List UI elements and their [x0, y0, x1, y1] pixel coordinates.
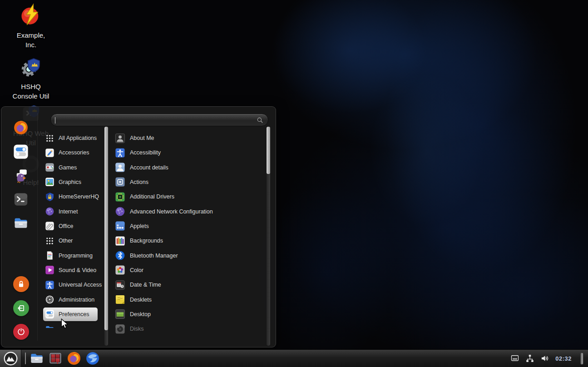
- folder-icon: [13, 215, 29, 231]
- search-bar[interactable]: [50, 114, 268, 126]
- folder-icon: [30, 351, 44, 366]
- menu-favorites: [13, 120, 29, 231]
- category-other[interactable]: Other: [43, 234, 98, 248]
- lock-icon: [16, 279, 26, 289]
- app-label: Advanced Network Configuration: [130, 208, 213, 215]
- category-all-applications[interactable]: All Applications: [43, 131, 98, 145]
- firefox-icon: [13, 120, 29, 135]
- taskbar-separator: [25, 352, 26, 364]
- access-blue-icon: [115, 148, 125, 158]
- app-account-details[interactable]: Account details: [113, 161, 264, 174]
- search-input[interactable]: [51, 114, 256, 126]
- mint-menu-icon: [3, 351, 18, 366]
- pidgin-icon: [13, 168, 29, 183]
- category-internet[interactable]: Internet: [43, 205, 98, 218]
- app-advanced-network-configuration[interactable]: Advanced Network Configuration: [113, 205, 264, 218]
- app-label: Desklets: [130, 297, 152, 303]
- category-universal-access[interactable]: Universal Access: [43, 278, 98, 292]
- category-games[interactable]: Games: [43, 161, 98, 174]
- red-grid-icon: [48, 351, 63, 366]
- text-caret: [55, 117, 55, 124]
- app-label: Accessibility: [130, 149, 161, 156]
- desktop-icon-example-inc[interactable]: Example, Inc.: [7, 3, 54, 50]
- desktop-icon-label: HSHQ Console Util: [7, 82, 54, 101]
- lock-screen-button[interactable]: [13, 276, 29, 292]
- category-label: Sound & Video: [59, 267, 96, 273]
- category-graphics[interactable]: Graphics: [43, 175, 98, 189]
- category-office[interactable]: Office: [43, 219, 98, 233]
- category-accessories[interactable]: Accessories: [43, 146, 98, 159]
- lightning-ball-icon: [19, 3, 43, 26]
- power-icon: [16, 327, 26, 337]
- shield-lock-icon: [45, 192, 54, 202]
- taskbar: 02:32: [0, 349, 588, 367]
- category-programming[interactable]: Programming: [43, 249, 98, 263]
- mouse-cursor: [59, 318, 71, 330]
- favorite-files[interactable]: [13, 215, 29, 231]
- application-list: About MeAccessibilityAccount detailsActi…: [113, 131, 264, 337]
- favorite-firefox[interactable]: [13, 120, 29, 135]
- folder-icon: [45, 324, 54, 328]
- menu-session-buttons: [13, 276, 29, 340]
- display-icon[interactable]: [510, 354, 519, 363]
- app-disks[interactable]: Disks: [113, 322, 264, 336]
- datetime-icon: [115, 280, 125, 290]
- app-additional-drivers[interactable]: Additional Drivers: [113, 190, 264, 203]
- files-launcher[interactable]: [29, 351, 44, 366]
- category-label: Graphics: [59, 179, 81, 185]
- code-doc-icon: [45, 251, 54, 260]
- access-blue-icon: [45, 280, 54, 290]
- app-desktop[interactable]: Desktop: [113, 307, 264, 321]
- favorite-system-settings[interactable]: [13, 144, 29, 159]
- app-actions[interactable]: Actions: [113, 175, 264, 189]
- favorite-pidgin[interactable]: [13, 168, 29, 183]
- stripes-icon: [115, 236, 125, 246]
- note-icon: [115, 294, 125, 305]
- firefox-launcher[interactable]: [66, 351, 82, 366]
- app-label: Actions: [130, 179, 148, 185]
- category-label: Preferences: [59, 311, 89, 317]
- app-bluetooth-manager[interactable]: Bluetooth Manager: [113, 249, 264, 263]
- volume-icon[interactable]: [540, 354, 549, 363]
- favorite-terminal[interactable]: [13, 192, 29, 207]
- category-label: Office: [59, 223, 73, 229]
- category-administration[interactable]: Administration: [43, 293, 98, 307]
- category-homeserverhq[interactable]: HomeServerHQ: [43, 190, 98, 203]
- category-label: Programming: [59, 253, 93, 259]
- shutdown-button[interactable]: [13, 324, 29, 340]
- logout-button[interactable]: [13, 300, 29, 316]
- menu-divider: [37, 113, 38, 341]
- category-sound-video[interactable]: Sound & Video: [43, 263, 98, 277]
- app-accessibility[interactable]: Accessibility: [113, 146, 264, 159]
- app-color[interactable]: Color: [113, 263, 264, 277]
- about-me-icon: [115, 133, 125, 144]
- application-scrollbar-thumb[interactable]: [267, 127, 270, 174]
- system-tray: 02:32: [510, 352, 585, 365]
- app-desklets[interactable]: Desklets: [113, 293, 264, 307]
- actions-icon: [115, 177, 125, 187]
- graphics-icon: [45, 177, 54, 187]
- app-backgrounds[interactable]: Backgrounds: [113, 234, 264, 248]
- app-date-time[interactable]: Date & Time: [113, 278, 264, 292]
- multi-terminal-launcher[interactable]: [48, 351, 63, 366]
- desktop-screen-icon: [115, 309, 125, 319]
- menu-launcher[interactable]: [0, 350, 21, 367]
- applets-icon: [115, 221, 125, 231]
- desktop-icon-hshq-console-util[interactable]: HSHQ Console Util: [7, 56, 54, 101]
- category-label: Games: [59, 164, 77, 171]
- thunderbird-launcher[interactable]: [85, 351, 100, 366]
- app-label: Bluetooth Manager: [130, 253, 178, 259]
- network-icon[interactable]: [525, 354, 534, 363]
- category-scrollbar[interactable]: [104, 127, 108, 346]
- category-list: All ApplicationsAccessoriesGamesGraphics…: [43, 131, 105, 328]
- category-label: Internet: [59, 208, 78, 215]
- clock[interactable]: 02:32: [555, 355, 572, 362]
- app-about-me[interactable]: About Me: [113, 131, 264, 145]
- show-desktop-button[interactable]: [580, 352, 583, 365]
- application-scrollbar[interactable]: [267, 127, 270, 346]
- gear-shield-icon: [20, 56, 42, 78]
- paperclip-icon: [45, 221, 54, 231]
- category-scrollbar-thumb[interactable]: [104, 127, 108, 330]
- color-flower-icon: [115, 265, 125, 275]
- app-applets[interactable]: Applets: [113, 219, 264, 233]
